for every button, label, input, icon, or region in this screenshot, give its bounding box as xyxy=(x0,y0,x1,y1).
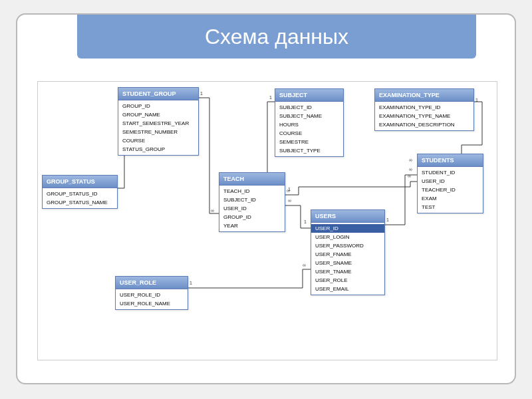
table-column[interactable]: GROUP_ID xyxy=(219,213,285,221)
table-header[interactable]: GROUP_STATUS xyxy=(43,176,117,188)
table-column[interactable]: STUDENT_ID xyxy=(418,168,483,177)
table-column[interactable]: GROUP_NAME xyxy=(118,110,198,119)
table-column[interactable]: YEAR xyxy=(219,221,285,230)
table-column[interactable]: SUBJECT_TYPE xyxy=(275,146,343,155)
table-header[interactable]: TEACH xyxy=(219,173,285,186)
db-table-subject[interactable]: SUBJECTSUBJECT_IDSUBJECT_NAMEHOURSCOURSE… xyxy=(275,88,344,157)
table-column[interactable]: EXAM xyxy=(418,194,483,203)
card-many: ∞ xyxy=(409,167,412,172)
table-column[interactable]: USER_PASSWORD xyxy=(311,241,384,250)
db-table-user_role[interactable]: USER_ROLEUSER_ROLE_IDUSER_ROLE_NAME xyxy=(115,276,188,310)
card-many: ∞ xyxy=(211,208,214,213)
table-header[interactable]: STUDENT_GROUP xyxy=(118,88,198,100)
table-column[interactable]: USER_ID xyxy=(418,177,483,186)
table-column[interactable]: STATUS_GROUP xyxy=(118,145,198,154)
table-column[interactable]: SUBJECT_ID xyxy=(275,103,343,112)
table-column[interactable]: SEMESTRE_NUMBER xyxy=(118,128,198,136)
table-column[interactable]: EXAMINATION_DESCRIPTION xyxy=(375,120,473,129)
card-one: 1 xyxy=(386,217,389,222)
table-column[interactable]: USER_ROLE_ID xyxy=(116,291,188,299)
table-column[interactable]: SUBJECT_ID xyxy=(219,196,285,204)
table-column[interactable]: TEACHER_ID xyxy=(418,186,483,194)
table-body: GROUP_STATUS_IDGROUP_STATUS_NAME xyxy=(43,188,117,208)
card-many: ∞ xyxy=(408,174,411,178)
table-column[interactable]: USER_TNAME xyxy=(311,267,384,276)
table-column[interactable]: TEST xyxy=(418,203,483,211)
card-one: 1 xyxy=(288,187,291,192)
table-column[interactable]: EXAMINATION_TYPE_NAME xyxy=(375,112,473,120)
db-table-group_status[interactable]: GROUP_STATUSGROUP_STATUS_IDGROUP_STATUS_… xyxy=(42,175,118,209)
card-many: ∞ xyxy=(288,198,291,203)
table-column[interactable]: USER_ID xyxy=(219,204,285,213)
card-one: 1 xyxy=(269,95,272,100)
table-body: EXAMINATION_TYPE_IDEXAMINATION_TYPE_NAME… xyxy=(375,102,473,130)
table-header[interactable]: EXAMINATION_TYPE xyxy=(375,89,473,102)
table-column[interactable]: HOURS xyxy=(275,120,343,129)
db-table-students[interactable]: STUDENTSSTUDENT_IDUSER_IDTEACHER_IDEXAMT… xyxy=(417,154,483,213)
table-body: STUDENT_IDUSER_IDTEACHER_IDEXAMTEST xyxy=(418,167,483,213)
db-table-examination_type[interactable]: EXAMINATION_TYPEEXAMINATION_TYPE_IDEXAMI… xyxy=(374,88,474,131)
table-column[interactable]: TEACH_ID xyxy=(219,187,285,196)
table-column[interactable]: USER_EMAIL xyxy=(311,285,384,293)
title-bar: Схема данных xyxy=(77,15,476,59)
table-column[interactable]: GROUP_STATUS_ID xyxy=(43,190,117,198)
table-body: TEACH_IDSUBJECT_IDUSER_IDGROUP_IDYEAR xyxy=(219,186,285,231)
table-header[interactable]: USERS xyxy=(311,210,384,223)
table-body: USER_ROLE_IDUSER_ROLE_NAME xyxy=(116,289,188,309)
table-body: USER_IDUSER_LOGINUSER_PASSWORDUSER_FNAME… xyxy=(311,223,384,295)
card-many: ∞ xyxy=(409,158,412,162)
table-column[interactable]: SUBJECT_NAME xyxy=(275,112,343,120)
table-header[interactable]: USER_ROLE xyxy=(116,277,188,289)
card-many: ∞ xyxy=(303,263,306,267)
table-column[interactable]: GROUP_STATUS_NAME xyxy=(43,198,117,207)
db-table-users[interactable]: USERSUSER_IDUSER_LOGINUSER_PASSWORDUSER_… xyxy=(311,209,385,295)
db-table-student_group[interactable]: STUDENT_GROUPGROUP_IDGROUP_NAMESTART_SEM… xyxy=(118,87,199,156)
table-column[interactable]: GROUP_ID xyxy=(118,102,198,110)
slide-title: Схема данных xyxy=(205,25,348,49)
er-diagram: 1 ∞ 1 ∞ 1 ∞ 1 ∞ 1 ∞ 1 ∞ 1 ∞ 1 ∞ STUDENT_… xyxy=(37,81,497,360)
table-body: GROUP_IDGROUP_NAMESTART_SEMESTRE_YEARSEM… xyxy=(118,100,198,155)
table-header[interactable]: SUBJECT xyxy=(275,89,343,102)
db-table-teach[interactable]: TEACHTEACH_IDSUBJECT_IDUSER_IDGROUP_IDYE… xyxy=(219,172,285,232)
table-column[interactable]: SEMESTRE xyxy=(275,138,343,146)
table-column[interactable]: USER_ROLE_NAME xyxy=(116,299,188,308)
table-column[interactable]: USER_LOGIN xyxy=(311,233,384,241)
table-header[interactable]: STUDENTS xyxy=(418,154,483,167)
card-one: 1 xyxy=(475,98,478,102)
table-column[interactable]: COURSE xyxy=(118,136,198,145)
slide-frame: Схема данных 1 ∞ 1 ∞ 1 ∞ 1 ∞ xyxy=(16,13,516,384)
table-body: SUBJECT_IDSUBJECT_NAMEHOURSCOURSESEMESTR… xyxy=(275,102,343,156)
card-one: 1 xyxy=(200,91,203,96)
table-column[interactable]: USER_FNAME xyxy=(311,250,384,259)
table-column[interactable]: USER_SNAME xyxy=(311,259,384,267)
table-column[interactable]: USER_ID xyxy=(311,224,384,233)
table-column[interactable]: COURSE xyxy=(275,129,343,138)
card-one: 1 xyxy=(304,219,307,224)
table-column[interactable]: START_SEMESTRE_YEAR xyxy=(118,119,198,128)
table-column[interactable]: USER_ROLE xyxy=(311,276,384,285)
card-one: 1 xyxy=(190,281,192,285)
table-column[interactable]: EXAMINATION_TYPE_ID xyxy=(375,103,473,112)
